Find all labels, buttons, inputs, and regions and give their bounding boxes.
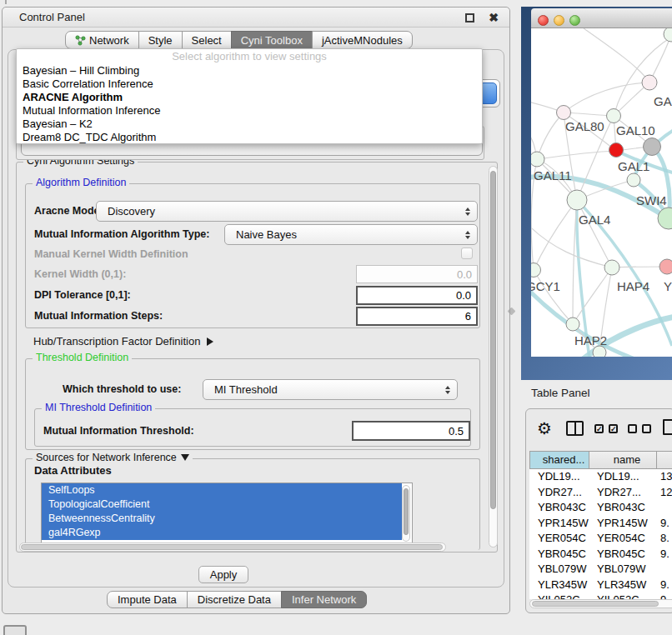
close-traffic-light-icon[interactable] <box>538 15 549 26</box>
dropdown-item-basic-correlation-inference[interactable]: Basic Correlation Inference <box>17 78 482 91</box>
tab-cyni-toolbox[interactable]: Cyni Toolbox <box>231 31 313 49</box>
table-row[interactable]: YPR145WYPR145W9. <box>529 516 672 532</box>
attribute-item-betweennesscentrality[interactable]: BetweennessCentrality <box>42 512 402 526</box>
dropdown-item-aracne-algorithm[interactable]: ARACNE Algorithm <box>17 91 482 104</box>
table-cell: 9. <box>656 578 672 593</box>
table-cell: YPR145W <box>529 516 589 532</box>
scrollbar-thumb[interactable] <box>404 488 409 535</box>
which-threshold-combobox[interactable]: MI Threshold <box>203 379 458 400</box>
attribute-list-scrollbar[interactable] <box>402 485 410 542</box>
new-table-icon[interactable] <box>663 419 672 435</box>
dropdown-item-bayesian-hill-climbing[interactable]: Bayesian – Hill Climbing <box>17 64 482 78</box>
network-node-gal[interactable] <box>642 75 657 90</box>
tab-jactivemnodules[interactable]: jActiveMNodules <box>312 31 413 49</box>
tab-label: Cyni Toolbox <box>241 34 303 47</box>
node-label-swi4: SWI4 <box>636 193 667 208</box>
table-row[interactable]: YDL19...YDL19...13 <box>529 469 672 485</box>
select-all-checkboxes-icon[interactable]: ✓✓ <box>594 424 618 433</box>
scrollbar-thumb[interactable] <box>490 171 496 509</box>
table-cell: 13 <box>656 469 672 485</box>
manual-kernel-checkbox[interactable] <box>461 248 473 259</box>
table-cell <box>656 500 672 516</box>
zoom-traffic-light-icon[interactable] <box>569 15 580 26</box>
minimize-traffic-light-icon[interactable] <box>554 15 564 26</box>
bottom-left-button-fragment[interactable] <box>3 625 27 635</box>
table-cell: 9 <box>656 592 672 599</box>
scrollbar-thumb[interactable] <box>21 544 443 550</box>
mi-steps-field[interactable]: 6 <box>356 307 478 326</box>
mi-threshold-field[interactable]: 0.5 <box>352 421 470 441</box>
network-node-unlabeled[interactable] <box>593 346 606 357</box>
aracne-mode-value: Discovery <box>108 205 155 218</box>
table-row[interactable]: YLR345WYLR345W9. <box>529 578 672 593</box>
attribute-item-gal4rgexp[interactable]: gal4RGexp <box>42 526 402 540</box>
dropdown-item-bayesian-k2[interactable]: Bayesian – K2 <box>17 118 482 131</box>
bottom-tab-impute-data[interactable]: Impute Data <box>107 591 188 608</box>
threshold-definition-title: Threshold Definition <box>33 352 132 363</box>
network-node-gcy1[interactable] <box>531 263 541 278</box>
settings-vertical-scrollbar[interactable] <box>489 166 498 548</box>
tab-label: jActiveMNodules <box>322 34 403 47</box>
network-canvas-container[interactable]: GALGAL80GAL10GAL1GAL11SWI4GAL4GCY1HAP4YH… <box>531 28 672 357</box>
table-cell: YER054C <box>529 531 589 547</box>
column-header-unlabeled[interactable] <box>657 452 672 468</box>
attribute-item-selfloops[interactable]: SelfLoops <box>42 483 402 498</box>
bottom-tab-discretize-data[interactable]: Discretize Data <box>187 591 282 608</box>
node-label-gal: GAL <box>654 94 672 108</box>
network-node-gal1[interactable] <box>609 143 624 158</box>
dpi-tolerance-field[interactable]: 0.0 <box>356 286 478 305</box>
hub-definition-label: Hub/Transcription Factor Definition <box>33 335 200 348</box>
sources-group-title[interactable]: Sources for Network Inference <box>33 452 193 463</box>
dropdown-item-mutual-information-inference[interactable]: Mutual Information Inference <box>17 104 482 118</box>
network-node-y[interactable] <box>659 259 672 274</box>
float-window-icon[interactable] <box>465 13 474 22</box>
column-header-shared[interactable]: shared... <box>530 452 589 468</box>
table-row[interactable]: YBR045CYBR045C9. <box>529 547 672 562</box>
kernel-width-field[interactable]: 0.0 <box>356 265 478 283</box>
network-node-gal4[interactable] <box>567 190 587 210</box>
node-label-gal1: GAL1 <box>618 159 649 173</box>
kernel-width-label: Kernel Width (0,1): <box>34 265 126 283</box>
hub-definition-expander[interactable]: Hub/Transcription Factor Definition <box>33 335 213 348</box>
network-node-hap4[interactable] <box>604 260 619 275</box>
split-columns-icon[interactable] <box>566 421 584 436</box>
apply-button[interactable]: Apply <box>198 566 248 583</box>
scrollbar-thumb[interactable] <box>532 601 659 607</box>
network-window-titlebar[interactable] <box>531 8 672 28</box>
table-horizontal-scrollbar[interactable] <box>529 599 672 608</box>
mi-steps-value: 6 <box>465 310 471 322</box>
tab-select[interactable]: Select <box>182 31 232 49</box>
aracne-mode-combobox[interactable]: Discovery <box>96 201 478 222</box>
table-row[interactable]: YDR27...YDR27...12 <box>529 485 672 501</box>
network-node-unlabeled[interactable] <box>664 28 672 42</box>
tab-style[interactable]: Style <box>138 31 183 49</box>
manual-kernel-label: Manual Kernel Width Definition <box>34 248 188 261</box>
network-canvas[interactable]: GALGAL80GAL10GAL1GAL11SWI4GAL4GCY1HAP4YH… <box>531 28 672 357</box>
attribute-item-topologicalcoefficient[interactable]: TopologicalCoefficient <box>42 498 402 512</box>
close-icon[interactable]: ✖ <box>489 10 499 25</box>
network-node-gal11[interactable] <box>531 152 544 167</box>
deselect-all-checkboxes-icon[interactable] <box>628 424 651 433</box>
table-row[interactable]: YBL079WYBL079W <box>529 562 672 578</box>
network-node-gal10[interactable] <box>607 109 621 123</box>
mi-algorithm-type-combobox[interactable]: Naive Bayes <box>224 224 478 245</box>
table-row[interactable]: YIL052CYIL052C9 <box>529 592 672 599</box>
node-label-gal80: GAL80 <box>565 119 604 133</box>
settings-horizontal-scrollbar[interactable] <box>19 542 446 552</box>
network-node-gal80[interactable] <box>557 106 571 120</box>
column-header-name[interactable]: name <box>589 452 657 468</box>
node-label-hap4: HAP4 <box>617 279 649 293</box>
tab-network[interactable]: Network <box>65 31 139 49</box>
network-node-swi4[interactable] <box>627 173 640 187</box>
mi-type-value: Naive Bayes <box>236 228 297 241</box>
table-row[interactable]: YBR043CYBR043C <box>529 500 672 516</box>
table-row[interactable]: YER054CYER054C8. <box>529 531 672 547</box>
network-node-hap2[interactable] <box>566 318 579 331</box>
dropdown-item-dream8-dc-tdc-algorithm[interactable]: Dream8 DC_TDC Algorithm <box>17 131 482 144</box>
network-view-window[interactable]: GALGAL80GAL10GAL1GAL11SWI4GAL4GCY1HAP4YH… <box>521 7 672 380</box>
network-node-unlabeled[interactable] <box>644 138 661 156</box>
settings-gear-icon[interactable]: ⚙ <box>537 418 552 439</box>
mi-threshold-value: 0.5 <box>449 425 464 438</box>
table-cell: YIL052C <box>589 592 656 599</box>
bottom-tab-infer-network[interactable]: Infer Network <box>281 591 367 608</box>
